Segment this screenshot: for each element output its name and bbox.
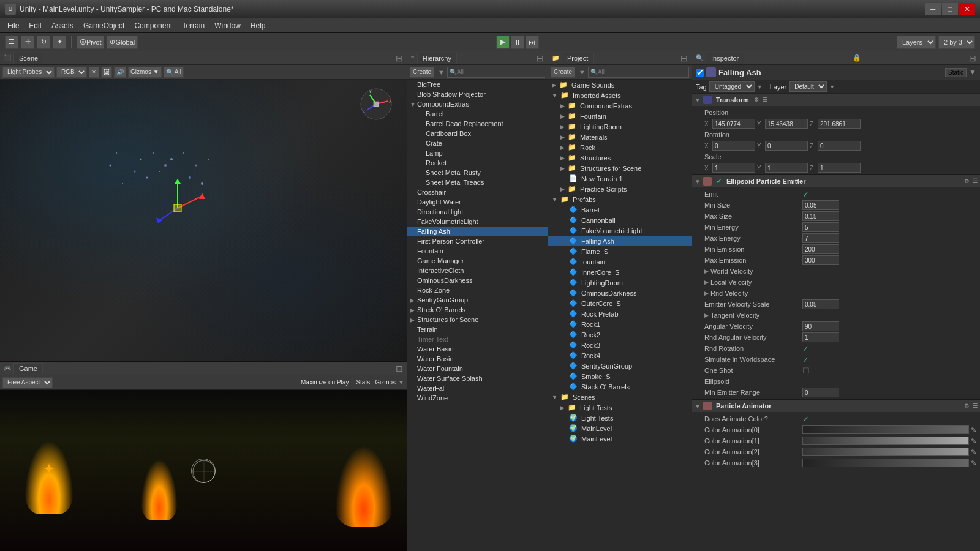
- hier-item-sheetMetalTreads[interactable]: Sheet Metal Treads: [407, 178, 548, 187]
- hier-item-directionalLight[interactable]: Directional light: [407, 207, 548, 217]
- scene-img-btn[interactable]: 🖼: [101, 67, 112, 78]
- hier-item-fallingAsh[interactable]: Falling Ash: [407, 227, 548, 236]
- stats-btn[interactable]: Stats: [356, 379, 370, 386]
- hier-item-firstPersonController[interactable]: First Person Controller: [407, 236, 548, 246]
- proj-item-mainLevelP2[interactable]: 🌍MainLevel: [548, 433, 692, 444]
- project-pin[interactable]: ⊟: [680, 53, 688, 63]
- scene-sun-btn[interactable]: ☀: [89, 67, 99, 78]
- proj-item-sentryGunGroupP[interactable]: 🔷SentryGunGroup: [548, 361, 692, 371]
- hier-item-fakeVolumetricLight[interactable]: FakeVolumetricLight: [407, 217, 548, 227]
- min-size-input[interactable]: [802, 200, 839, 210]
- scale-x-input[interactable]: [712, 163, 755, 173]
- hier-item-windZone[interactable]: WindZone: [407, 393, 548, 403]
- menu-gameobject[interactable]: GameObject: [78, 20, 129, 31]
- inspector-active-checkbox[interactable]: [696, 69, 704, 77]
- hier-item-ominousDarkness[interactable]: OminousDarkness: [407, 276, 548, 285]
- hier-item-compoundextras[interactable]: ▼ CompoundExtras: [407, 99, 548, 109]
- proj-item-innerCore_s[interactable]: 🔷InnerCore_S: [548, 267, 692, 277]
- hier-item-rocket[interactable]: Rocket: [407, 158, 548, 168]
- tool-hand[interactable]: ☰: [5, 36, 18, 49]
- game-gizmos-btn[interactable]: Gizmos: [375, 379, 396, 386]
- pos-y-input[interactable]: [765, 119, 808, 129]
- does-animate-check[interactable]: ✓: [802, 414, 809, 424]
- local-vel-arrow[interactable]: ▶: [704, 279, 709, 285]
- maximize-on-play[interactable]: Maximize on Play: [301, 379, 349, 386]
- proj-item-fallingAshP[interactable]: 🔷Falling Ash: [548, 236, 692, 246]
- color1-edit[interactable]: ✎: [971, 437, 976, 445]
- proj-item-rock1[interactable]: 🔷Rock1: [548, 319, 692, 329]
- menu-terrain[interactable]: Terrain: [177, 20, 209, 31]
- proj-item-outerCore_s[interactable]: 🔷OuterCore_S: [548, 298, 692, 309]
- all-btn[interactable]: 🔍 All: [164, 67, 184, 78]
- scene-tab[interactable]: Scene: [13, 53, 43, 64]
- rot-y-input[interactable]: [765, 141, 808, 151]
- gizmos-btn[interactable]: Gizmos ▼: [128, 67, 162, 78]
- hier-item-fountain[interactable]: Fountain: [407, 246, 548, 256]
- scale-z-input[interactable]: [818, 163, 861, 173]
- hier-item-waterBasin1[interactable]: Water Basin: [407, 344, 548, 354]
- proj-item-stackOBarrelsP[interactable]: 🔷Stack O' Barrels: [548, 381, 692, 392]
- rnd-angular-input[interactable]: [802, 332, 839, 342]
- minimize-button[interactable]: ─: [925, 3, 941, 15]
- scene-audio-btn[interactable]: 🔊: [114, 67, 126, 78]
- tool-scale[interactable]: ✦: [53, 36, 66, 49]
- particle-animator-header[interactable]: ▼ Particle Animator ⚙ ☰: [692, 400, 980, 412]
- proj-item-gameSounds[interactable]: ▶📁Game Sounds: [548, 80, 692, 90]
- max-size-input[interactable]: [802, 211, 839, 221]
- emitter-menu[interactable]: ☰: [973, 178, 978, 184]
- light-probes-select[interactable]: Light Probes: [2, 67, 55, 78]
- animator-menu[interactable]: ☰: [973, 403, 978, 409]
- color3-edit[interactable]: ✎: [971, 459, 976, 467]
- inspector-lock[interactable]: 🔒: [853, 54, 861, 62]
- rnd-vel-arrow[interactable]: ▶: [704, 290, 709, 296]
- emitter-velocity-input[interactable]: [802, 299, 839, 309]
- hier-item-terrain[interactable]: Terrain: [407, 324, 548, 334]
- menu-window[interactable]: Window: [209, 20, 246, 31]
- proj-item-rockF[interactable]: ▶📁Rock: [548, 142, 692, 152]
- hier-item-timerText[interactable]: Timer Text: [407, 334, 548, 344]
- scene-view[interactable]: X Y Z: [0, 80, 407, 361]
- hier-item-barrelDead[interactable]: Barrel Dead Replacement: [407, 119, 548, 129]
- hier-item-daylightWater[interactable]: Daylight Water: [407, 197, 548, 207]
- proj-item-practiceScripts[interactable]: ▶📁Practice Scripts: [548, 184, 692, 194]
- inspector-static-btn[interactable]: Static: [945, 68, 967, 77]
- proj-item-barrelP[interactable]: 🔷Barrel: [548, 204, 692, 215]
- hier-item-lamp[interactable]: Lamp: [407, 148, 548, 158]
- project-tab[interactable]: Project: [562, 53, 594, 64]
- menu-help[interactable]: Help: [246, 20, 271, 31]
- proj-item-mainLevelP[interactable]: 🌍MainLevel: [548, 423, 692, 433]
- emitter-check[interactable]: ✓: [716, 177, 722, 186]
- aspect-select[interactable]: Free Aspect: [2, 377, 53, 388]
- transform-menu[interactable]: ☰: [763, 97, 767, 103]
- proj-item-fakeVolumetricLightP[interactable]: 🔷FakeVolumetricLight: [548, 225, 692, 236]
- min-energy-input[interactable]: [802, 222, 839, 232]
- menu-edit[interactable]: Edit: [24, 20, 47, 31]
- game-view[interactable]: ✦: [0, 390, 407, 551]
- pos-z-input[interactable]: [818, 119, 861, 129]
- proj-item-fountainP[interactable]: 🔷fountain: [548, 257, 692, 267]
- inspector-layer-select[interactable]: Default: [789, 81, 827, 92]
- one-shot-check[interactable]: ☐: [802, 366, 810, 375]
- proj-item-lightingRoomP[interactable]: 🔷LightingRoom: [548, 277, 692, 288]
- transform-header[interactable]: ▼ Transform ⚙ ☰: [692, 94, 980, 106]
- menu-component[interactable]: Component: [129, 20, 177, 31]
- hier-item-stackOBarrels[interactable]: ▶ Stack O' Barrels: [407, 305, 548, 315]
- project-create-btn[interactable]: Create: [551, 67, 575, 78]
- color3-bar[interactable]: [802, 459, 969, 467]
- proj-item-rockPrefab[interactable]: 🔷Rock Prefab: [548, 309, 692, 319]
- rot-x-input[interactable]: [712, 141, 755, 151]
- tool-move[interactable]: ✛: [21, 36, 34, 49]
- project-search[interactable]: [598, 69, 687, 75]
- hier-item-barrel[interactable]: Barrel: [407, 109, 548, 119]
- hier-item-waterFall[interactable]: WaterFall: [407, 383, 548, 393]
- menu-file[interactable]: File: [2, 20, 24, 31]
- min-emitter-input[interactable]: [802, 388, 839, 397]
- animator-settings[interactable]: ⚙: [964, 403, 969, 409]
- hier-item-blobshadow[interactable]: Blob Shadow Projector: [407, 89, 548, 99]
- pause-button[interactable]: ⏸: [511, 36, 524, 49]
- menu-assets[interactable]: Assets: [47, 20, 78, 31]
- hier-item-sentryGunGroup[interactable]: ▶ SentryGunGroup: [407, 295, 548, 305]
- hier-item-structuresForScene[interactable]: ▶ Structures for Scene: [407, 315, 548, 324]
- proj-item-flame_s[interactable]: 🔷Flame_S: [548, 246, 692, 257]
- layout-select[interactable]: 2 by 3: [938, 36, 975, 49]
